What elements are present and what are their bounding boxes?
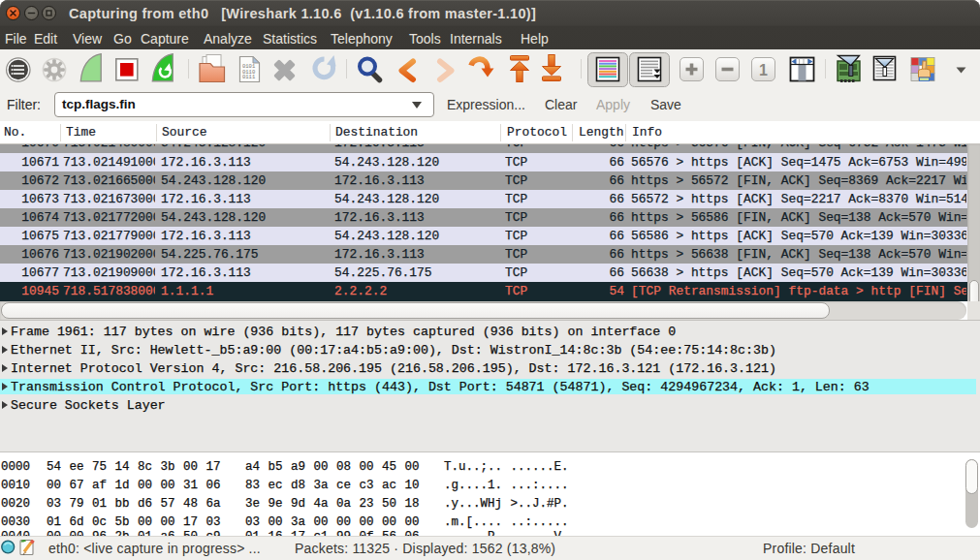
svg-text:0111: 0111	[242, 74, 256, 80]
svg-text:1: 1	[759, 62, 768, 78]
